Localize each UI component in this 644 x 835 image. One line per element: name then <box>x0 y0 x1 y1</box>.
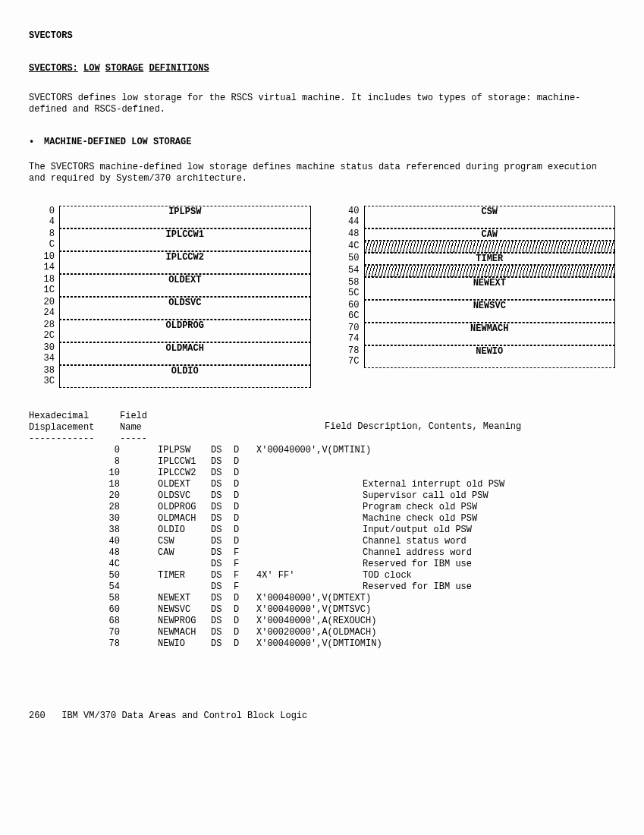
table-header: Field Description, Contents, Meaning <box>325 411 615 433</box>
offset-label: 50 <box>334 253 364 265</box>
storage-field: NEWSVC <box>364 301 616 323</box>
storage-diagram: 04IPLPSW8CIPLCCW11014IPLCCW2181COLDEXT20… <box>29 206 615 388</box>
table-row: 54DSFReserved for IBM use <box>29 581 615 593</box>
offset-label: 1014 <box>29 251 59 274</box>
field-table: Hexadecimal Displacement Field Name Fiel… <box>29 411 615 650</box>
table-row: 40CSWDSDChannel status word <box>29 536 615 547</box>
table-row: 60NEWSVCDSDX'00040000',V(DMTSVC) <box>29 604 615 616</box>
offset-label: 282C <box>29 320 59 342</box>
offset-label: 585C <box>334 277 364 300</box>
table-row: 70NEWMACHDSDX'00020000',A(OLDMACH) <box>29 627 615 638</box>
section-paragraph: The SVECTORS machine-defined low storage… <box>29 162 615 184</box>
storage-field: OLDMACH <box>59 343 311 365</box>
divider: ----- <box>120 433 173 445</box>
page-header: SVECTORS <box>29 30 615 42</box>
offset-label: 48 <box>334 228 364 241</box>
storage-field: NEWIO <box>364 346 616 368</box>
table-row: 30OLDMACHDSDMachine check old PSW <box>29 513 615 525</box>
offset-label: 4C <box>334 241 364 253</box>
storage-field: OLDEXT <box>59 275 311 297</box>
offset-label: 787C <box>334 345 364 368</box>
storage-field: OLDSVC <box>59 298 311 320</box>
title-word: SVECTORS: <box>29 63 78 74</box>
storage-field: CAW <box>364 229 616 241</box>
table-row: 78NEWIODSDX'00040000',V(DMTIOMIN) <box>29 638 615 650</box>
bullet-icon: • <box>29 137 44 148</box>
table-header: Hexadecimal Displacement <box>29 411 120 433</box>
storage-field: CSW <box>364 206 616 228</box>
offset-label: 8C <box>29 228 59 251</box>
offset-label: 4044 <box>334 206 364 228</box>
table-row: 68NEWPROGDSDX'00040000',A(REXOUCH) <box>29 616 615 627</box>
intro-paragraph: SVECTORS defines low storage for the RSC… <box>29 93 615 115</box>
storage-field: IPLCCW2 <box>59 252 311 274</box>
page-footer: 260 IBM VM/370 Data Areas and Control Bl… <box>29 711 615 722</box>
storage-field: NEWEXT <box>364 278 616 300</box>
offset-label: 04 <box>29 206 59 228</box>
subsection-title: MACHINE-DEFINED LOW STORAGE <box>44 137 191 148</box>
offset-label: 383C <box>29 365 59 388</box>
storage-field <box>364 266 616 277</box>
table-row: 28OLDPROGDSDProgram check old PSW <box>29 502 615 513</box>
storage-field: TIMER <box>364 254 616 265</box>
table-row: 10IPLCCW2DSD <box>29 468 615 479</box>
offset-label: 606C <box>334 300 364 323</box>
offset-label: 3034 <box>29 342 59 365</box>
title-word: STORAGE <box>105 63 143 74</box>
table-row: 18OLDEXTDSDExternal interrupt old PSW <box>29 479 615 490</box>
table-row: 48CAWDSFChannel address word <box>29 547 615 559</box>
storage-field: OLDPROG <box>59 320 311 342</box>
table-row: 0IPLPSWDSDX'00040000',V(DMTINI) <box>29 445 615 456</box>
storage-field: IPLPSW <box>59 206 311 228</box>
page-number: 260 <box>29 711 46 721</box>
offset-label: 181C <box>29 274 59 297</box>
offset-label: 54 <box>334 265 364 277</box>
table-header: Field Name <box>120 411 173 433</box>
table-row: 50TIMERDSF4X' FF'TOD clock <box>29 570 615 581</box>
title-word: LOW <box>83 63 100 74</box>
offset-label: 7074 <box>334 323 364 345</box>
table-row: 38OLDIODSDInput/output old PSW <box>29 525 615 536</box>
table-row: 20OLDSVCDSDSupervisor call old PSW <box>29 490 615 502</box>
table-row: 8IPLCCW1DSD <box>29 456 615 468</box>
offset-label: 2024 <box>29 297 59 320</box>
storage-field: IPLCCW1 <box>59 229 311 251</box>
storage-field: NEWMACH <box>364 323 616 345</box>
divider: ------------ <box>29 433 120 445</box>
title-word: DEFINITIONS <box>149 63 209 74</box>
table-row: 4CDSFReserved for IBM use <box>29 559 615 570</box>
footer-title: IBM VM/370 Data Areas and Control Block … <box>61 711 307 721</box>
table-row: 58NEWEXTDSDX'00040000',V(DMTEXT) <box>29 593 615 604</box>
storage-field: OLDIO <box>59 366 311 388</box>
storage-field <box>364 241 616 253</box>
section-title: SVECTORS: LOW STORAGE DEFINITIONS <box>29 63 615 74</box>
